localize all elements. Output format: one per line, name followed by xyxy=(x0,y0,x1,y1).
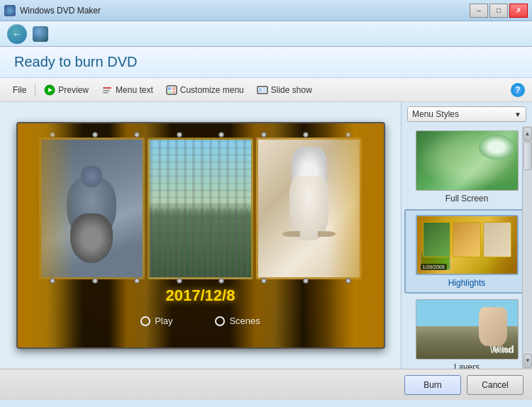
slide-show-button[interactable]: Slide show xyxy=(251,82,318,98)
dvd-controls: Play Scenes xyxy=(18,316,384,326)
layers-name: Layers xyxy=(407,362,526,369)
dot xyxy=(177,278,182,284)
styles-list: Full Screen 1/26/2009 Highlights xyxy=(401,126,532,369)
style-item-layers[interactable]: Wind Layers xyxy=(401,295,532,369)
scrollbar-thumb[interactable] xyxy=(523,142,532,170)
dot xyxy=(50,278,55,284)
scrollbar-track[interactable]: ▲ ▼ xyxy=(522,126,532,369)
date-badge: 1/26/2009 xyxy=(421,264,447,270)
play-circle xyxy=(140,316,150,326)
nav-bar: ← xyxy=(0,21,532,47)
burn-button[interactable]: Burn xyxy=(404,375,461,395)
scroll-down-arrow[interactable]: ▼ xyxy=(523,354,532,368)
close-button[interactable]: ✗ xyxy=(509,4,528,18)
dot xyxy=(303,278,309,284)
menu-text-icon xyxy=(101,84,113,96)
dot xyxy=(92,132,98,138)
scenes-circle xyxy=(215,316,225,326)
menu-styles-label: Menu Styles xyxy=(412,109,459,119)
window-controls[interactable]: – □ ✗ xyxy=(470,4,528,18)
preview-icon xyxy=(44,84,55,96)
toolbar-sep-1 xyxy=(35,84,35,96)
dot xyxy=(92,278,98,284)
dot xyxy=(134,278,140,284)
dot xyxy=(134,132,140,138)
dot xyxy=(345,278,351,284)
menu-text-button[interactable]: Menu text xyxy=(96,82,159,98)
preview-area: 2017/12/8 Play Scenes xyxy=(0,102,401,369)
svg-rect-8 xyxy=(168,91,171,93)
menu-styles-dropdown[interactable]: Menu Styles ▼ xyxy=(407,106,526,122)
menu-styles-header: Menu Styles ▼ xyxy=(401,102,532,126)
toolbar: File Preview Menu text xyxy=(0,78,532,102)
customize-menu-label: Customize menu xyxy=(180,85,244,95)
dots-bottom xyxy=(18,278,384,284)
customize-menu-button[interactable]: Customize menu xyxy=(160,82,250,98)
highlights-thumbnail: 1/26/2009 xyxy=(416,215,519,275)
svg-rect-5 xyxy=(167,86,177,94)
nav-app-icon xyxy=(33,26,48,42)
maximize-button[interactable]: □ xyxy=(489,4,508,18)
style-item-highlights[interactable]: 1/26/2009 Highlights xyxy=(404,209,529,294)
svg-rect-12 xyxy=(263,88,266,92)
dvd-preview: 2017/12/8 Play Scenes xyxy=(16,122,385,349)
cylinder-overlay-left xyxy=(18,123,74,347)
scroll-up-arrow[interactable]: ▲ xyxy=(523,127,532,141)
dot xyxy=(218,278,224,284)
svg-rect-9 xyxy=(172,91,175,93)
style-item-full-screen[interactable]: Full Screen xyxy=(401,126,532,208)
main-content: 2017/12/8 Play Scenes Menu Styles ▼ xyxy=(0,102,532,369)
page-title: Ready to burn DVD xyxy=(14,54,518,70)
full-screen-name: Full Screen xyxy=(407,194,526,203)
bottom-bar: Burn Cancel xyxy=(0,369,532,400)
svg-rect-11 xyxy=(259,88,262,92)
slide-show-label: Slide show xyxy=(271,85,312,95)
dot xyxy=(261,278,267,284)
play-control: Play xyxy=(140,316,172,326)
film-image-2 xyxy=(148,138,253,279)
help-button[interactable]: ? xyxy=(511,83,525,97)
preview-button[interactable]: Preview xyxy=(38,82,94,98)
back-button[interactable]: ← xyxy=(7,24,27,44)
play-label: Play xyxy=(155,316,172,326)
cylinder-overlay-right xyxy=(327,123,384,347)
help-icon: ? xyxy=(515,85,520,95)
svg-rect-2 xyxy=(103,87,111,89)
right-panel: Menu Styles ▼ Full Screen xyxy=(401,102,532,369)
svg-rect-3 xyxy=(103,90,110,91)
file-label: File xyxy=(13,85,26,95)
svg-rect-7 xyxy=(172,87,175,90)
title-bar-left: Windows DVD Maker xyxy=(4,5,101,16)
scenes-label: Scenes xyxy=(229,316,260,326)
full-screen-thumbnail xyxy=(416,130,519,191)
film-strip xyxy=(39,138,362,279)
dot xyxy=(218,132,224,138)
slide-show-icon xyxy=(257,84,268,96)
title-bar: Windows DVD Maker – □ ✗ xyxy=(0,0,532,21)
cancel-button[interactable]: Cancel xyxy=(467,375,523,395)
chevron-down-icon: ▼ xyxy=(514,111,521,118)
dot xyxy=(303,132,309,138)
menu-text-label: Menu text xyxy=(116,85,153,95)
preview-label: Preview xyxy=(58,85,89,95)
app-icon xyxy=(4,5,16,16)
scenes-control: Scenes xyxy=(215,316,260,326)
customize-menu-icon xyxy=(166,84,177,96)
file-menu[interactable]: File xyxy=(7,83,32,97)
dvd-date: 2017/12/8 xyxy=(18,286,384,305)
dot xyxy=(177,132,182,138)
minimize-button[interactable]: – xyxy=(470,4,488,18)
highlights-name: Highlights xyxy=(411,278,522,288)
svg-rect-6 xyxy=(168,87,171,90)
window-title: Windows DVD Maker xyxy=(20,6,101,16)
layers-thumbnail: Wind xyxy=(416,299,519,359)
dot xyxy=(261,132,267,138)
svg-rect-4 xyxy=(103,92,109,94)
page-title-bar: Ready to burn DVD xyxy=(0,47,532,78)
